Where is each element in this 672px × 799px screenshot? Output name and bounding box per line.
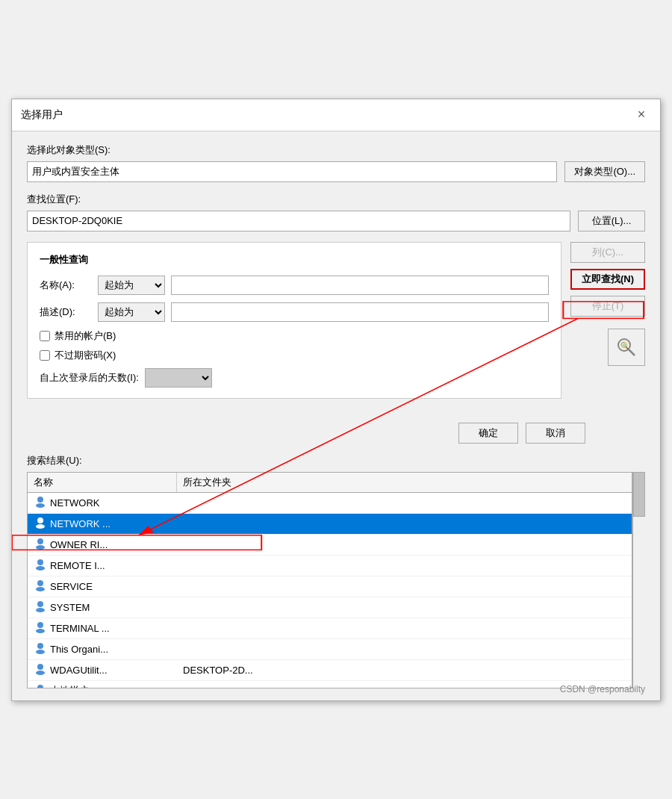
- svg-point-25: [37, 643, 43, 649]
- user-icon: [34, 537, 47, 553]
- user-icon: [34, 683, 47, 688]
- user-icon: [34, 621, 47, 636]
- name-label: 名称(A):: [40, 279, 92, 292]
- ok-button[interactable]: 确定: [458, 423, 518, 444]
- close-button[interactable]: ×: [632, 105, 651, 125]
- scrollbar-thumb[interactable]: [633, 472, 645, 517]
- result-row[interactable]: This Organi...: [28, 639, 632, 660]
- svg-point-26: [36, 650, 45, 654]
- result-row[interactable]: WDAGUtilit...DESKTOP-2D...: [28, 660, 632, 681]
- stop-button[interactable]: 停止(T): [570, 296, 645, 317]
- result-folder-cell: [177, 542, 632, 547]
- magnifier-icon: 🔍: [615, 335, 638, 359]
- svg-point-22: [37, 622, 43, 628]
- result-row[interactable]: SYSTEM: [28, 597, 632, 618]
- days-select[interactable]: [145, 368, 212, 388]
- svg-point-5: [36, 503, 45, 508]
- result-row[interactable]: TERMINAL ...: [28, 618, 632, 639]
- user-icon: [34, 516, 47, 532]
- name-query-row: 名称(A): 起始为: [40, 276, 549, 295]
- user-icon: [34, 641, 47, 657]
- result-folder-cell: [177, 626, 632, 630]
- user-icon: [34, 600, 47, 615]
- svg-point-16: [37, 580, 43, 586]
- result-name-cell: OWNER RI...: [28, 535, 177, 555]
- svg-point-28: [37, 664, 43, 670]
- svg-point-11: [36, 545, 45, 550]
- search-now-button[interactable]: 立即查找(N): [570, 269, 645, 290]
- col-folder-header: 所在文件夹: [177, 473, 632, 492]
- svg-point-4: [37, 497, 43, 503]
- svg-line-1: [629, 349, 635, 355]
- scrollbar[interactable]: [632, 472, 645, 688]
- object-type-input[interactable]: [27, 161, 557, 182]
- name-value-input[interactable]: [171, 276, 549, 295]
- result-name-cell: NETWORK ...: [28, 514, 177, 534]
- svg-point-23: [36, 629, 45, 633]
- result-row[interactable]: OWNER RI...: [28, 535, 632, 556]
- result-name-text: SYSTEM: [50, 602, 90, 613]
- result-folder-cell: [177, 500, 632, 505]
- result-name-cell: SERVICE: [28, 576, 177, 597]
- no-expire-checkbox[interactable]: [40, 350, 50, 361]
- desc-value-input[interactable]: [171, 302, 549, 322]
- result-name-text: OWNER RI...: [50, 539, 108, 550]
- days-label: 自上次登录后的天数(I):: [40, 371, 139, 385]
- location-row: 位置(L)...: [27, 211, 645, 231]
- results-table: 名称 所在文件夹 NETWORKNETWORK ...OWNER RI...RE…: [27, 472, 632, 688]
- cancel-button[interactable]: 取消: [526, 423, 585, 444]
- dialog-title: 选择用户: [21, 108, 63, 122]
- user-icon: [34, 495, 47, 511]
- name-condition-select[interactable]: 起始为: [98, 276, 165, 295]
- result-name-cell: 本地帐户: [28, 681, 177, 688]
- result-row[interactable]: NETWORK: [28, 493, 632, 514]
- svg-point-31: [37, 685, 43, 688]
- result-folder-cell: [177, 584, 632, 588]
- svg-point-10: [37, 538, 43, 544]
- result-name-text: 本地帐户: [50, 684, 89, 688]
- result-name-text: WDAGUtilit...: [50, 665, 108, 676]
- results-header: 名称 所在文件夹: [28, 473, 632, 493]
- result-row[interactable]: REMOTE I...: [28, 556, 632, 576]
- svg-point-8: [36, 524, 45, 529]
- query-section: 一般性查询 名称(A): 起始为 描述(D): 起始为: [27, 242, 561, 399]
- desc-label: 描述(D):: [40, 305, 92, 319]
- desc-condition-select[interactable]: 起始为: [98, 302, 165, 322]
- result-folder-cell: [177, 605, 632, 609]
- user-icon: [34, 579, 47, 594]
- object-type-label: 选择此对象类型(S):: [27, 143, 645, 157]
- result-row[interactable]: 本地帐户: [28, 681, 632, 688]
- result-name-text: SERVICE: [50, 581, 93, 592]
- result-name-text: NETWORK ...: [50, 518, 111, 529]
- result-row[interactable]: SERVICE: [28, 576, 632, 597]
- result-name-text: TERMINAL ...: [50, 623, 110, 634]
- no-expire-label: 不过期密码(X): [55, 349, 116, 362]
- result-name-cell: TERMINAL ...: [28, 618, 177, 638]
- location-input[interactable]: [27, 211, 570, 231]
- svg-point-13: [37, 559, 43, 565]
- location-button[interactable]: 位置(L)...: [578, 211, 645, 231]
- result-name-text: This Organi...: [50, 644, 108, 655]
- result-folder-cell: [177, 647, 632, 651]
- svg-point-14: [36, 566, 45, 571]
- location-label: 查找位置(F):: [27, 193, 645, 206]
- desc-query-row: 描述(D): 起始为: [40, 302, 549, 322]
- query-title: 一般性查询: [40, 253, 549, 267]
- result-rows-container: NETWORKNETWORK ...OWNER RI...REMOTE I...…: [28, 493, 632, 688]
- object-type-button[interactable]: 对象类型(O)...: [564, 161, 645, 182]
- svg-point-7: [37, 517, 43, 523]
- col-name-header: 名称: [28, 473, 177, 492]
- result-name-cell: REMOTE I...: [28, 556, 177, 576]
- col-button[interactable]: 列(C)...: [570, 242, 645, 263]
- svg-point-17: [36, 587, 45, 591]
- disabled-account-checkbox[interactable]: [40, 331, 50, 341]
- result-folder-cell: [177, 563, 632, 568]
- result-folder-cell: DESKTOP-2D...: [177, 662, 632, 678]
- bottom-buttons: 确定 取消: [27, 423, 645, 444]
- object-type-row: 对象类型(O)...: [27, 161, 645, 182]
- svg-point-29: [36, 671, 45, 675]
- result-name-cell: This Organi...: [28, 639, 177, 659]
- result-row[interactable]: NETWORK ...: [28, 514, 632, 535]
- search-icon-button[interactable]: 🔍: [608, 329, 645, 366]
- user-icon: [34, 558, 47, 573]
